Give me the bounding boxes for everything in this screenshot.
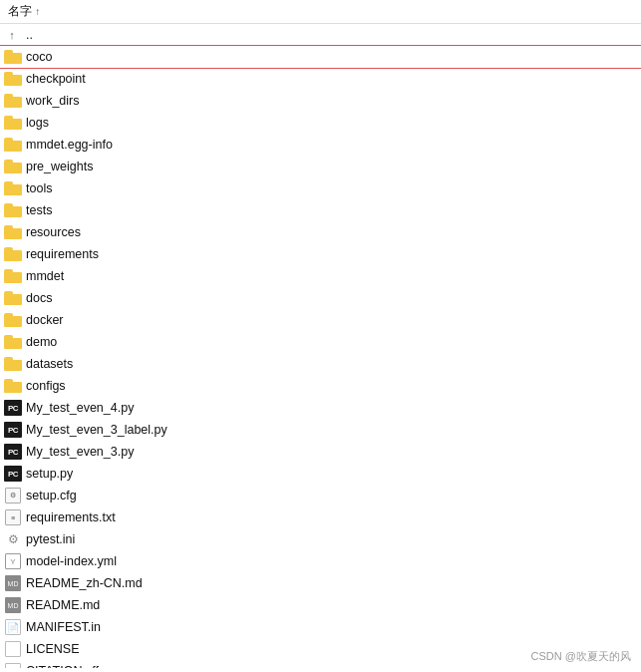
folder-icon [4,334,22,350]
list-item[interactable]: datasets [0,353,641,375]
file-name-label: My_test_even_4.py [26,401,134,415]
list-item[interactable]: logs [0,112,641,134]
sort-arrow-icon: ↑ [35,6,40,17]
folder-icon [4,71,22,87]
file-name-label: work_dirs [26,94,80,108]
file-name-label: CITATION.cff [26,664,99,668]
txt-file-icon: ≡ [4,509,22,525]
list-item[interactable]: mmdet.egg-info [0,134,641,156]
list-item[interactable]: ⚙setup.cfg [0,485,641,506]
list-item[interactable]: checkpoint [0,68,641,90]
md-file-icon: MD [4,575,22,591]
list-item[interactable]: resources [0,221,641,243]
list-item[interactable]: docker [0,309,641,331]
folder-icon [4,356,22,372]
folder-icon [4,224,22,240]
list-item[interactable]: requirements [0,243,641,265]
list-item[interactable]: 📄MANIFEST.in [0,616,641,638]
file-name-label: setup.cfg [26,489,77,503]
md-file-icon: MD [4,597,22,613]
list-item[interactable]: pre_weights [0,156,641,177]
parent-icon: ↑ [4,27,22,43]
file-name-label: tests [26,203,52,217]
file-name-label: MANIFEST.in [26,620,101,634]
pycharm-py-icon: PC [4,422,22,438]
list-item[interactable]: tools [0,177,641,199]
file-name-label: coco [26,50,52,64]
pycharm-py-icon: PC [4,466,22,482]
folder-icon [4,312,22,328]
file-name-label: mmdet [26,269,64,283]
list-item[interactable]: ⚙pytest.ini [0,528,641,550]
list-item[interactable]: ↑.. [0,24,641,46]
list-item[interactable]: PCMy_test_even_4.py [0,397,641,419]
ini-file-icon: ⚙ [4,531,22,547]
column-header: 名字 ↑ [0,0,641,24]
pycharm-py-icon: PC [4,444,22,460]
list-item[interactable]: MDREADME.md [0,594,641,616]
file-name-label: docker [26,313,64,327]
list-item[interactable]: demo [0,331,641,353]
list-item[interactable]: PCMy_test_even_3.py [0,441,641,463]
list-item[interactable]: work_dirs [0,90,641,112]
folder-icon [4,268,22,284]
file-name-label: logs [26,116,49,130]
cff-file-icon: CFF [4,663,22,668]
file-name-label: README.md [26,598,100,612]
list-item[interactable]: configs [0,375,641,397]
list-item[interactable]: ≡requirements.txt [0,506,641,528]
file-name-label: docs [26,291,52,305]
file-name-label: My_test_even_3_label.py [26,423,167,437]
folder-icon [4,93,22,109]
file-name-label: pytest.ini [26,532,75,546]
folder-icon [4,246,22,262]
file-name-label: tools [26,181,52,195]
file-name-label: model-index.yml [26,554,117,568]
list-item[interactable]: PCsetup.py [0,463,641,485]
file-name-label: requirements [26,247,99,261]
file-name-label: setup.py [26,467,73,481]
file-name-label: pre_weights [26,160,93,173]
file-name-label: requirements.txt [26,510,116,524]
file-name-label: .. [26,28,33,42]
watermark: CSDN @吹夏天的风 [531,649,631,664]
folder-icon [4,159,22,174]
list-item[interactable]: docs [0,287,641,309]
folder-icon [4,49,22,65]
yml-file-icon: Y [4,553,22,569]
file-name-label: datasets [26,357,73,371]
list-item[interactable]: tests [0,199,641,221]
file-name-label: demo [26,335,57,349]
file-name-label: checkpoint [26,72,86,86]
manifest-file-icon: 📄 [4,619,22,635]
list-item[interactable]: MDREADME_zh-CN.md [0,572,641,594]
folder-icon [4,137,22,153]
folder-icon [4,115,22,131]
list-item[interactable]: Ymodel-index.yml [0,550,641,572]
file-list: ↑..cococheckpointwork_dirslogsmmdet.egg-… [0,24,641,668]
pycharm-py-icon: PC [4,400,22,416]
list-item[interactable]: coco [0,46,641,68]
folder-icon [4,290,22,306]
list-item[interactable]: mmdet [0,265,641,287]
license-file-icon [4,641,22,657]
file-name-label: My_test_even_3.py [26,445,134,459]
folder-icon [4,180,22,196]
folder-icon [4,378,22,394]
file-name-label: resources [26,225,81,239]
file-name-label: configs [26,379,66,393]
file-name-label: README_zh-CN.md [26,576,143,590]
column-name-label: 名字 [8,4,32,18]
file-name-label: LICENSE [26,642,80,656]
list-item[interactable]: PCMy_test_even_3_label.py [0,419,641,441]
file-name-label: mmdet.egg-info [26,138,113,152]
cfg-file-icon: ⚙ [4,488,22,504]
folder-icon [4,202,22,218]
